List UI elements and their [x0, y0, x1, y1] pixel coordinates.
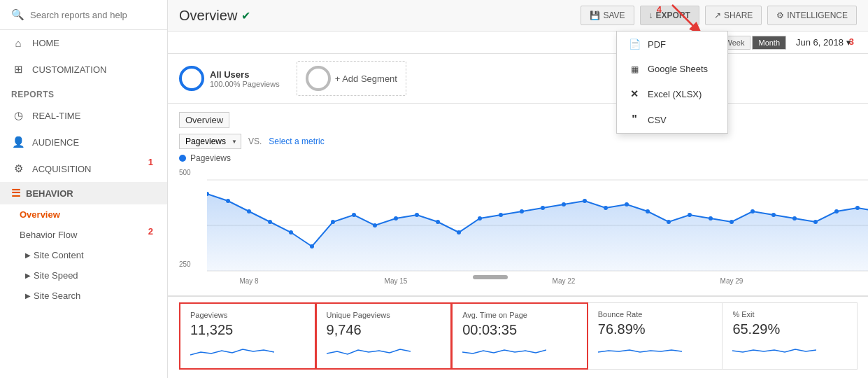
sidebar-item-acquisition[interactable]: ⚙ ACQUISITION 1 — [0, 155, 167, 182]
annotation-1: 1 — [148, 157, 153, 167]
time-btn-month[interactable]: Month — [752, 36, 786, 50]
customization-icon: ⊞ — [11, 63, 25, 76]
metric-dropdown-wrap[interactable]: Pageviews — [179, 134, 241, 149]
vs-label: VS. — [248, 136, 262, 146]
intelligence-icon: ⚙ — [776, 10, 784, 20]
export-icon: ↓ — [649, 10, 653, 20]
sidebar-item-label: HOME — [32, 38, 59, 48]
svg-point-14 — [415, 213, 419, 217]
svg-point-8 — [289, 230, 293, 234]
svg-point-26 — [667, 220, 671, 224]
svg-point-16 — [457, 230, 461, 234]
expand-icon: ▶ — [25, 272, 31, 279]
svg-point-11 — [352, 213, 356, 217]
reports-section-label: Reports — [0, 83, 167, 102]
tab-behavior-flow[interactable]: Behavior Flow — [242, 375, 319, 378]
svg-point-23 — [604, 206, 608, 210]
legend-dot — [179, 155, 186, 162]
svg-point-32 — [792, 216, 797, 220]
behavior-icon: ☰ — [11, 187, 20, 200]
sidebar-item-audience[interactable]: 👤 AUDIENCE — [0, 129, 167, 155]
svg-point-30 — [750, 209, 755, 214]
segment-circle — [179, 66, 204, 91]
svg-point-18 — [499, 213, 503, 217]
stats-bar: Pageviews 11,325 Unique Pageviews 9,746 … — [168, 296, 868, 375]
metric-dropdown[interactable]: Pageviews — [179, 134, 241, 149]
svg-text:May 22: May 22 — [553, 277, 576, 285]
svg-text:May 8: May 8 — [239, 277, 259, 285]
export-excel[interactable]: ✕ Excel (XLSX) — [617, 81, 727, 106]
audience-icon: 👤 — [11, 136, 25, 148]
toolbar: Overview ✔ 💾 SAVE ↓ EXPORT ↗ SHARE ⚙ INT… — [168, 0, 868, 31]
sidebar-item-customization[interactable]: ⊞ CUSTOMIZATION — [0, 56, 167, 83]
sidebar-item-behavior[interactable]: ☰ BEHAVIOR — [0, 182, 167, 204]
stat-label: Bounce Rate — [598, 310, 713, 318]
sparkline — [462, 342, 577, 361]
svg-point-5 — [226, 199, 230, 203]
date-range-button[interactable]: Jun 6, 2018 ▾ — [790, 34, 857, 50]
add-segment-button[interactable]: + Add Segment — [297, 61, 406, 96]
stat-value: 9,746 — [327, 322, 441, 338]
csv-icon: " — [628, 113, 641, 126]
save-button[interactable]: 💾 SAVE — [581, 6, 634, 25]
export-pdf[interactable]: 📄 PDF — [617, 31, 727, 57]
expand-icon: ▶ — [25, 292, 31, 300]
svg-point-12 — [373, 223, 377, 227]
sidebar-item-real-time[interactable]: ◷ REAL-TIME — [0, 102, 167, 129]
search-icon: 🔍 — [11, 8, 24, 21]
sidebar-sub-behavior-flow[interactable]: Behavior Flow 2 — [0, 225, 167, 245]
select-metric[interactable]: Select a metric — [269, 136, 324, 146]
date-label: Jun 6, 2018 — [796, 37, 844, 48]
sidebar-sub-site-speed[interactable]: ▶ Site Speed — [0, 265, 167, 286]
y-axis: 500 250 — [179, 166, 191, 271]
y-label-500: 500 — [179, 169, 191, 176]
sidebar-sub-overview[interactable]: Overview — [0, 204, 167, 225]
behavior-flow-label: Behavior Flow — [20, 230, 77, 240]
svg-point-33 — [813, 220, 818, 224]
intelligence-button[interactable]: ⚙ INTELLIGENCE — [767, 6, 857, 25]
search-input[interactable] — [30, 10, 156, 20]
svg-text:May 29: May 29 — [720, 277, 744, 285]
stat-value: 65.29% — [732, 321, 847, 337]
sparkline — [732, 342, 847, 360]
y-label-250: 250 — [179, 260, 191, 268]
site-search-label: Site Search — [34, 290, 80, 301]
svg-point-15 — [436, 220, 440, 224]
sidebar-item-label: ACQUISITION — [32, 164, 92, 174]
stat-card-pageviews: Pageviews 11,325 — [179, 302, 316, 370]
export-csv[interactable]: " CSV — [617, 106, 727, 133]
sparkline — [598, 342, 713, 360]
sidebar-sub-site-content[interactable]: ▶ Site Content — [0, 245, 167, 265]
segment-all-users: All Users 100.00% Pageviews — [179, 66, 280, 91]
site-content-label: Site Content — [34, 250, 84, 260]
annotation-3: 3 — [849, 36, 854, 47]
sparkline — [327, 342, 441, 361]
stat-label: % Exit — [732, 310, 847, 318]
share-button[interactable]: ↗ SHARE — [705, 6, 762, 25]
svg-point-19 — [520, 209, 524, 214]
search-bar[interactable]: 🔍 — [0, 0, 167, 30]
expand-icon: ▶ — [25, 251, 31, 259]
stat-card-bounce: Bounce Rate 76.89% — [588, 302, 723, 370]
segment-name: All Users — [210, 69, 280, 80]
svg-point-17 — [478, 216, 482, 220]
svg-point-24 — [625, 202, 629, 206]
svg-rect-41 — [473, 275, 508, 279]
stat-label: Avg. Time on Page — [462, 311, 577, 319]
chart-area: Overview Pageviews VS. Select a metric P… — [168, 104, 868, 296]
tab-overview[interactable]: Overview — [179, 375, 239, 378]
sidebar-item-label: CUSTOMIZATION — [32, 64, 106, 75]
annotation-4: 4 — [657, 4, 662, 15]
stat-value: 00:03:35 — [462, 322, 577, 338]
svg-point-20 — [541, 206, 545, 210]
sidebar-sub-site-search[interactable]: ▶ Site Search — [0, 286, 167, 306]
svg-point-25 — [646, 209, 650, 214]
export-google-sheets[interactable]: ▦ Google Sheets — [617, 57, 727, 81]
sidebar-item-home[interactable]: ⌂ HOME — [0, 30, 167, 56]
svg-point-7 — [268, 220, 272, 224]
stat-value: 76.89% — [598, 321, 713, 337]
stat-card-avg-time: Avg. Time on Page 00:03:35 — [451, 302, 588, 370]
sidebar-item-label: REAL-TIME — [32, 111, 80, 121]
segment-circle-gray — [306, 66, 331, 91]
export-dropdown: 📄 PDF ▦ Google Sheets ✕ Excel (XLSX) " C… — [616, 31, 728, 134]
